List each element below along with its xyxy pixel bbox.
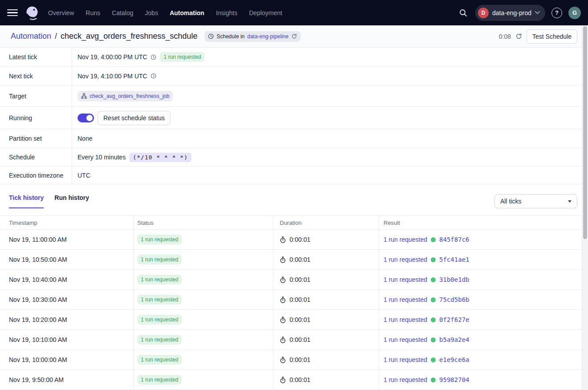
run-status-dot-icon — [431, 337, 436, 342]
column-header-result: Result — [379, 216, 588, 230]
run-id-link[interactable]: 31b0e1db — [439, 276, 469, 283]
run-id-link[interactable]: b5a9a2e4 — [439, 336, 469, 343]
top-nav: OverviewRunsCatalogJobsAutomationInsight… — [0, 0, 588, 25]
run-status-dot-icon — [431, 277, 436, 282]
dagster-logo-icon[interactable] — [24, 5, 40, 21]
run-status-dot-icon — [431, 297, 436, 302]
target-job-link[interactable]: check_avg_orders_freshness_job — [90, 93, 169, 99]
detail-label: Next tick — [0, 67, 72, 85]
run-id-link[interactable]: 75cd5b6b — [439, 296, 469, 303]
tick-duration: 0:00:01 — [290, 276, 310, 283]
run-id-link[interactable]: 845f87c6 — [439, 236, 469, 243]
deployment-switcher[interactable]: D data-eng-prod — [475, 5, 545, 21]
search-icon[interactable] — [457, 7, 469, 19]
tick-timestamp: Nov 19, 10:30:00 AM — [0, 290, 134, 310]
nav-item-jobs[interactable]: Jobs — [145, 9, 158, 16]
stopwatch-icon — [280, 377, 286, 383]
tick-status-badge: 1 run requested — [137, 275, 182, 284]
nav-item-automation[interactable]: Automation — [170, 9, 204, 16]
stopwatch-icon — [280, 256, 286, 263]
page-header: Automation / check_avg_orders_freshness_… — [0, 25, 588, 48]
detail-row-timezone: Execution timezone UTC — [0, 167, 588, 184]
table-row: Nov 19, 10:40:00 AM1 run requested0:00:0… — [0, 270, 588, 290]
caret-down-icon — [568, 200, 572, 203]
tick-history-table: Timestamp Status Duration Result Nov 19,… — [0, 215, 588, 390]
tick-duration: 0:00:01 — [290, 256, 310, 263]
detail-row-latest-tick: Latest tick Nov 19, 4:00:00 PM UTC 1 run… — [0, 48, 588, 67]
tab-tick-history[interactable]: Tick history — [9, 194, 44, 208]
latest-tick-status-badge: 1 run requested — [160, 52, 204, 62]
clock-icon — [151, 54, 156, 60]
code-location-link[interactable]: data-eng-pipeline — [247, 33, 289, 40]
run-id-link[interactable]: 5fc41ae1 — [439, 256, 469, 263]
table-row: Nov 19, 10:00:00 AM1 run requested0:00:0… — [0, 350, 588, 370]
help-icon[interactable]: ? — [551, 8, 562, 18]
nav-item-overview[interactable]: Overview — [48, 9, 74, 16]
table-row: Nov 19, 11:00:00 AM1 run requested0:00:0… — [0, 230, 588, 250]
breadcrumb-separator: / — [55, 32, 57, 41]
menu-icon[interactable] — [7, 8, 18, 18]
run-requested-link[interactable]: 1 run requested — [384, 256, 427, 263]
tick-timestamp: Nov 19, 10:20:00 AM — [0, 310, 134, 330]
run-status-dot-icon — [431, 257, 436, 262]
tick-duration: 0:00:01 — [290, 336, 310, 343]
run-requested-link[interactable]: 1 run requested — [384, 236, 427, 243]
partition-set-value: None — [78, 135, 92, 142]
schedule-description: Every 10 minutes — [78, 154, 126, 161]
run-status-dot-icon — [431, 378, 436, 382]
tick-duration: 0:00:01 — [290, 356, 310, 363]
tick-duration: 0:00:01 — [290, 296, 310, 303]
run-id-link[interactable]: e1e9ce6a — [439, 356, 469, 363]
schedule-location-badge: Schedule in data-eng-pipeline — [204, 31, 300, 42]
nav-item-deployment[interactable]: Deployment — [249, 9, 282, 16]
reset-schedule-status-button[interactable]: Reset schedule status — [98, 111, 171, 125]
tick-timestamp: Nov 19, 10:40:00 AM — [0, 270, 134, 290]
tick-timestamp: Nov 19, 9:50:00 AM — [0, 370, 134, 390]
nav-item-runs[interactable]: Runs — [86, 9, 100, 16]
run-requested-link[interactable]: 1 run requested — [384, 276, 427, 283]
test-schedule-button[interactable]: Test Schedule — [527, 29, 577, 44]
run-requested-link[interactable]: 1 run requested — [384, 336, 427, 343]
detail-label: Latest tick — [0, 48, 72, 66]
run-id-link[interactable]: 0f2f627e — [439, 316, 469, 323]
run-requested-link[interactable]: 1 run requested — [384, 356, 427, 363]
breadcrumb-automation-link[interactable]: Automation — [11, 32, 51, 41]
detail-label: Schedule — [0, 148, 72, 166]
run-requested-link[interactable]: 1 run requested — [384, 296, 427, 303]
run-requested-link[interactable]: 1 run requested — [384, 316, 427, 323]
clock-icon — [208, 33, 214, 39]
tick-filter-select[interactable]: All ticks — [494, 194, 577, 208]
column-header-duration: Duration — [274, 216, 379, 230]
tick-status-badge: 1 run requested — [137, 295, 182, 305]
detail-row-running: Running Reset schedule status — [0, 107, 588, 129]
detail-label: Target — [0, 85, 72, 106]
refresh-icon[interactable] — [291, 33, 297, 39]
scrollbar-track[interactable] — [582, 26, 588, 390]
tick-timestamp: Nov 19, 10:10:00 AM — [0, 330, 134, 350]
detail-row-partition-set: Partition set None — [0, 129, 588, 148]
detail-row-target: Target check_avg_orders_freshness_job — [0, 85, 588, 107]
tick-timestamp: Nov 19, 10:00:00 AM — [0, 350, 134, 370]
cron-expression: (*/10 * * * *) — [129, 153, 192, 162]
nav-right: D data-eng-prod ? G — [457, 5, 581, 21]
running-toggle[interactable] — [78, 114, 94, 122]
detail-row-schedule: Schedule Every 10 minutes (*/10 * * * *) — [0, 148, 588, 167]
run-id-link[interactable]: 95982704 — [439, 376, 469, 383]
page-title: check_avg_orders_freshness_schdule — [61, 32, 197, 41]
tick-timestamp: Nov 19, 11:00:00 AM — [0, 230, 134, 250]
table-row: Nov 19, 10:20:00 AM1 run requested0:00:0… — [0, 310, 588, 330]
refresh-icon[interactable] — [515, 33, 522, 40]
next-tick-time: Nov 19, 4:10:00 PM UTC — [78, 73, 147, 80]
nav-item-catalog[interactable]: Catalog — [112, 9, 133, 16]
table-row: Nov 19, 9:50:00 AM1 run requested0:00:01… — [0, 370, 588, 390]
timezone-value: UTC — [78, 172, 90, 179]
target-job-chip[interactable]: check_avg_orders_freshness_job — [78, 91, 173, 102]
table-row: Nov 19, 10:50:00 AM1 run requested0:00:0… — [0, 250, 588, 270]
nav-item-insights[interactable]: Insights — [216, 9, 237, 16]
scrollbar-thumb[interactable] — [583, 26, 587, 239]
user-avatar[interactable]: G — [568, 7, 581, 19]
clock-icon — [151, 73, 156, 79]
tab-run-history[interactable]: Run history — [54, 194, 89, 208]
column-header-timestamp: Timestamp — [0, 216, 134, 230]
run-requested-link[interactable]: 1 run requested — [384, 376, 427, 383]
